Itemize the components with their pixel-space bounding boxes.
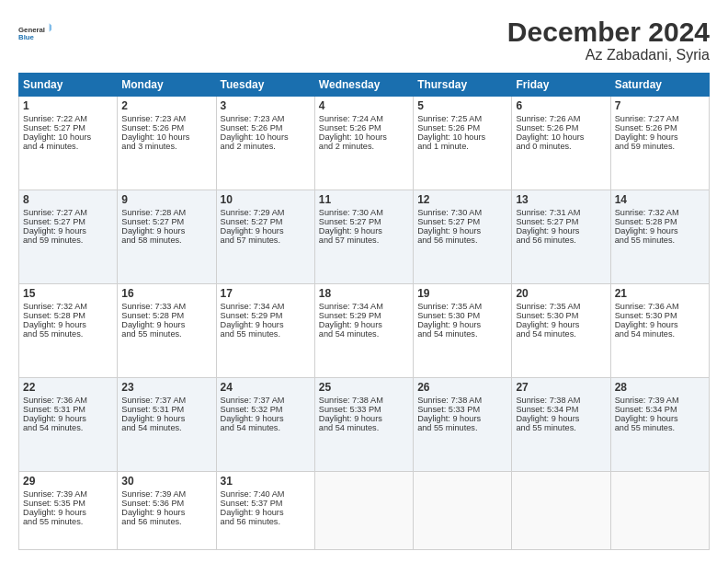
day-info-line: Daylight: 9 hours — [121, 320, 211, 329]
day-number: 19 — [417, 287, 507, 300]
day-info-line: and 56 minutes. — [121, 517, 211, 526]
calendar-cell: 4Sunrise: 7:24 AMSunset: 5:26 PMDaylight… — [314, 97, 413, 190]
calendar-cell: 3Sunrise: 7:23 AMSunset: 5:26 PMDaylight… — [216, 97, 314, 190]
day-number: 1 — [23, 99, 113, 112]
day-info-line: Sunset: 5:35 PM — [23, 499, 113, 508]
calendar-cell: 17Sunrise: 7:34 AMSunset: 5:29 PMDayligh… — [216, 284, 314, 378]
day-info-line: and 55 minutes. — [23, 517, 113, 526]
day-info-line: Sunset: 5:31 PM — [23, 405, 113, 414]
day-info-line: Sunrise: 7:39 AM — [23, 489, 113, 499]
day-info-line: and 4 minutes. — [23, 142, 113, 151]
day-info-line: Sunset: 5:26 PM — [417, 123, 507, 132]
day-info-line: Sunrise: 7:23 AM — [221, 114, 311, 123]
header: General Blue December 2024 Az Zabadani, … — [18, 17, 710, 63]
calendar-cell: 24Sunrise: 7:37 AMSunset: 5:32 PMDayligh… — [216, 378, 314, 472]
day-info-line: Sunset: 5:33 PM — [319, 405, 409, 414]
day-info-line: Sunrise: 7:25 AM — [417, 114, 507, 123]
day-info-line: Daylight: 9 hours — [615, 414, 705, 423]
svg-text:Blue: Blue — [18, 33, 35, 41]
day-info-line: Daylight: 10 hours — [221, 132, 311, 142]
day-info-line: and 55 minutes. — [23, 329, 113, 339]
day-number: 21 — [615, 287, 705, 300]
day-info-line: Daylight: 9 hours — [121, 226, 211, 236]
day-info-line: Daylight: 9 hours — [319, 320, 409, 329]
calendar-cell: 26Sunrise: 7:38 AMSunset: 5:33 PMDayligh… — [414, 378, 512, 472]
day-number: 15 — [23, 287, 113, 300]
calendar-cell: 5Sunrise: 7:25 AMSunset: 5:26 PMDaylight… — [414, 97, 512, 190]
day-info-line: Daylight: 9 hours — [615, 320, 705, 329]
day-info-line: and 54 minutes. — [615, 329, 705, 339]
day-info-line: Sunset: 5:27 PM — [221, 217, 311, 226]
day-info-line: Daylight: 9 hours — [221, 226, 311, 236]
day-info-line: and 2 minutes. — [319, 142, 409, 151]
day-info-line: Daylight: 9 hours — [23, 320, 113, 329]
day-info-line: Sunset: 5:28 PM — [615, 217, 705, 226]
calendar-cell: 20Sunrise: 7:35 AMSunset: 5:30 PMDayligh… — [512, 284, 610, 378]
day-info-line: and 1 minute. — [417, 142, 507, 151]
day-info-line: and 59 minutes. — [615, 142, 705, 151]
calendar-cell: 1Sunrise: 7:22 AMSunset: 5:27 PMDaylight… — [19, 97, 118, 190]
day-info-line: and 0 minutes. — [516, 142, 606, 151]
day-info-line: Daylight: 9 hours — [23, 508, 113, 517]
day-info-line: Sunrise: 7:37 AM — [221, 396, 311, 405]
day-info-line: Sunset: 5:28 PM — [121, 311, 211, 320]
day-number: 12 — [417, 193, 507, 206]
day-info-line: Sunset: 5:28 PM — [23, 311, 113, 320]
day-info-line: Sunrise: 7:40 AM — [221, 489, 311, 499]
svg-marker-3 — [50, 23, 51, 32]
day-info-line: Daylight: 10 hours — [516, 132, 606, 142]
day-info-line: Sunrise: 7:30 AM — [417, 208, 507, 217]
calendar-cell: 10Sunrise: 7:29 AMSunset: 5:27 PMDayligh… — [216, 190, 314, 284]
day-number: 14 — [615, 193, 705, 206]
calendar-cell — [610, 472, 709, 550]
day-info-line: Sunset: 5:29 PM — [221, 311, 311, 320]
day-info-line: and 56 minutes. — [417, 236, 507, 245]
day-info-line: Sunset: 5:34 PM — [516, 405, 606, 414]
day-info-line: and 2 minutes. — [221, 142, 311, 151]
day-info-line: Daylight: 9 hours — [516, 226, 606, 236]
day-info-line: Sunset: 5:26 PM — [121, 123, 211, 132]
day-number: 26 — [417, 381, 507, 394]
svg-text:General: General — [18, 26, 45, 34]
day-info-line: Daylight: 9 hours — [615, 226, 705, 236]
calendar-cell: 2Sunrise: 7:23 AMSunset: 5:26 PMDaylight… — [118, 97, 216, 190]
calendar-cell — [512, 472, 610, 550]
day-info-line: Sunset: 5:29 PM — [319, 311, 409, 320]
day-info-line: Daylight: 9 hours — [23, 226, 113, 236]
day-info-line: Sunrise: 7:38 AM — [319, 396, 409, 405]
day-info-line: Sunrise: 7:30 AM — [319, 208, 409, 217]
day-info-line: Sunset: 5:31 PM — [121, 405, 211, 414]
day-info-line: and 56 minutes. — [516, 236, 606, 245]
weekday-header-monday: Monday — [118, 74, 216, 97]
day-info-line: Sunset: 5:27 PM — [319, 217, 409, 226]
day-info-line: and 57 minutes. — [221, 236, 311, 245]
day-info-line: and 56 minutes. — [221, 517, 311, 526]
day-number: 23 — [121, 381, 211, 394]
day-info-line: and 54 minutes. — [319, 329, 409, 339]
day-info-line: and 54 minutes. — [319, 423, 409, 432]
day-info-line: Sunset: 5:26 PM — [516, 123, 606, 132]
day-info-line: and 3 minutes. — [121, 142, 211, 151]
day-number: 5 — [417, 99, 507, 112]
day-info-line: Daylight: 9 hours — [417, 320, 507, 329]
day-info-line: Sunset: 5:26 PM — [221, 123, 311, 132]
day-number: 7 — [615, 99, 705, 112]
calendar-cell: 21Sunrise: 7:36 AMSunset: 5:30 PMDayligh… — [610, 284, 709, 378]
day-info-line: Sunrise: 7:39 AM — [121, 489, 211, 499]
calendar-table: SundayMondayTuesdayWednesdayThursdayFrid… — [18, 73, 710, 550]
day-info-line: Sunrise: 7:33 AM — [121, 302, 211, 311]
calendar-cell: 14Sunrise: 7:32 AMSunset: 5:28 PMDayligh… — [610, 190, 709, 284]
calendar-cell: 22Sunrise: 7:36 AMSunset: 5:31 PMDayligh… — [19, 378, 118, 472]
day-info-line: Sunset: 5:27 PM — [121, 217, 211, 226]
day-info-line: Daylight: 9 hours — [516, 320, 606, 329]
day-info-line: Sunrise: 7:23 AM — [121, 114, 211, 123]
calendar-cell: 30Sunrise: 7:39 AMSunset: 5:36 PMDayligh… — [118, 472, 216, 550]
day-info-line: Sunset: 5:33 PM — [417, 405, 507, 414]
day-info-line: Sunrise: 7:32 AM — [23, 302, 113, 311]
day-number: 20 — [516, 287, 606, 300]
calendar-cell: 23Sunrise: 7:37 AMSunset: 5:31 PMDayligh… — [118, 378, 216, 472]
day-info-line: Sunrise: 7:38 AM — [516, 396, 606, 405]
day-info-line: Sunrise: 7:38 AM — [417, 396, 507, 405]
day-info-line: Sunrise: 7:34 AM — [319, 302, 409, 311]
weekday-header-thursday: Thursday — [414, 74, 512, 97]
